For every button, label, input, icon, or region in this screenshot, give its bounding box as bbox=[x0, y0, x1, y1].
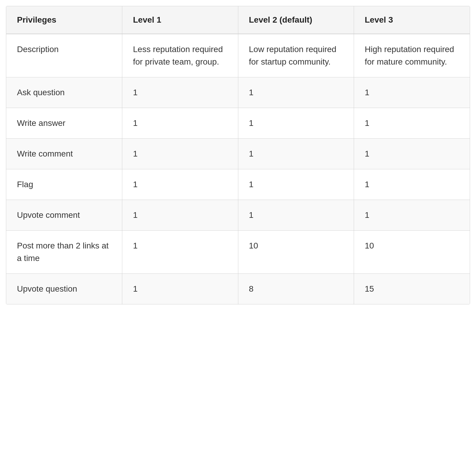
table-row: Upvote comment111 bbox=[6, 200, 470, 231]
cell-level2: 1 bbox=[238, 139, 354, 169]
cell-privilege: Description bbox=[6, 34, 122, 77]
header-privileges: Privileges bbox=[6, 6, 122, 34]
cell-privilege: Flag bbox=[6, 169, 122, 200]
table-row: DescriptionLess reputation required for … bbox=[6, 34, 470, 77]
cell-level1: 1 bbox=[122, 231, 238, 274]
header-level2: Level 2 (default) bbox=[238, 6, 354, 34]
cell-privilege: Write comment bbox=[6, 139, 122, 169]
cell-level2: 1 bbox=[238, 77, 354, 108]
cell-level1: 1 bbox=[122, 139, 238, 169]
cell-level3: High reputation required for mature comm… bbox=[354, 34, 470, 77]
cell-level2: 1 bbox=[238, 108, 354, 139]
cell-level1: Less reputation required for private tea… bbox=[122, 34, 238, 77]
header-level3: Level 3 bbox=[354, 6, 470, 34]
table-row: Ask question111 bbox=[6, 77, 470, 108]
privileges-table: Privileges Level 1 Level 2 (default) Lev… bbox=[6, 6, 470, 304]
cell-level2: 8 bbox=[238, 274, 354, 304]
table-row: Upvote question1815 bbox=[6, 274, 470, 304]
cell-level1: 1 bbox=[122, 274, 238, 304]
cell-level3: 1 bbox=[354, 139, 470, 169]
cell-level2: 1 bbox=[238, 200, 354, 231]
header-level1: Level 1 bbox=[122, 6, 238, 34]
cell-level1: 1 bbox=[122, 108, 238, 139]
cell-privilege: Upvote comment bbox=[6, 200, 122, 231]
table-row: Write comment111 bbox=[6, 139, 470, 169]
table-row: Write answer111 bbox=[6, 108, 470, 139]
cell-level1: 1 bbox=[122, 77, 238, 108]
privileges-table-wrapper: Privileges Level 1 Level 2 (default) Lev… bbox=[6, 6, 470, 304]
cell-level3: 1 bbox=[354, 200, 470, 231]
cell-level2: 1 bbox=[238, 169, 354, 200]
cell-level3: 15 bbox=[354, 274, 470, 304]
table-header-row: Privileges Level 1 Level 2 (default) Lev… bbox=[6, 6, 470, 34]
cell-level1: 1 bbox=[122, 200, 238, 231]
table-row: Flag111 bbox=[6, 169, 470, 200]
table-row: Post more than 2 links at a time11010 bbox=[6, 231, 470, 274]
cell-level3: 1 bbox=[354, 108, 470, 139]
cell-privilege: Ask question bbox=[6, 77, 122, 108]
cell-level2: Low reputation required for startup comm… bbox=[238, 34, 354, 77]
cell-level3: 10 bbox=[354, 231, 470, 274]
cell-level2: 10 bbox=[238, 231, 354, 274]
cell-privilege: Write answer bbox=[6, 108, 122, 139]
cell-level1: 1 bbox=[122, 169, 238, 200]
cell-privilege: Upvote question bbox=[6, 274, 122, 304]
cell-level3: 1 bbox=[354, 169, 470, 200]
cell-level3: 1 bbox=[354, 77, 470, 108]
cell-privilege: Post more than 2 links at a time bbox=[6, 231, 122, 274]
